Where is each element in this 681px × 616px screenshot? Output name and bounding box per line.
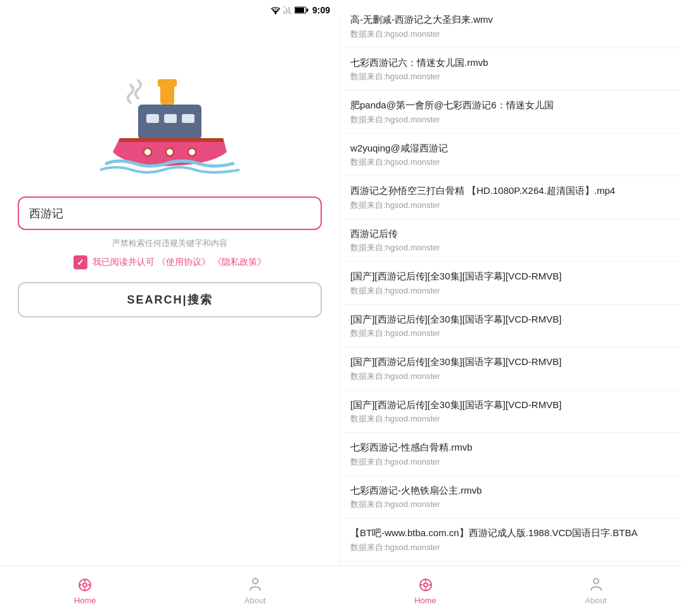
result-title-3: w2yuqing@咸湿西游记 bbox=[350, 141, 671, 156]
svg-point-15 bbox=[144, 148, 151, 156]
warning-text: 严禁检索任何违规关键字和内容 bbox=[112, 238, 227, 249]
svg-rect-12 bbox=[164, 114, 177, 123]
result-item-4[interactable]: 西游记之孙悟空三打白骨精 【HD.1080P.X264.超清国语】.mp4 数据… bbox=[340, 176, 681, 219]
result-title-4: 西游记之孙悟空三打白骨精 【HD.1080P.X264.超清国语】.mp4 bbox=[350, 184, 671, 198]
signal-icon bbox=[283, 6, 292, 15]
svg-point-19 bbox=[83, 583, 87, 587]
agreement-text: 我已阅读并认可 《使用协议》 《隐私政策》 bbox=[92, 257, 266, 268]
result-title-10: 七彩西游记-性感白骨精.rmvb bbox=[350, 440, 671, 455]
right-panel: 高-无删减-西游记之大圣归来.wmv 数据来自:hgsod.monster 七彩… bbox=[340, 0, 681, 616]
bottom-nav-left: Home About bbox=[0, 565, 340, 616]
home-icon-right bbox=[417, 577, 434, 593]
result-item-3[interactable]: w2yuqing@咸湿西游记 数据来自:hgsod.monster bbox=[340, 134, 681, 177]
left-panel: 9:09 严禁检索任何违规关键字和内容 我已阅读并认可 bbox=[0, 0, 340, 616]
nav-home-label-left: Home bbox=[74, 596, 96, 605]
nav-about-left[interactable]: About bbox=[170, 566, 341, 616]
result-source-12: 数据来自:hgsod.monster bbox=[350, 542, 671, 553]
agreement-row: 我已阅读并认可 《使用协议》 《隐私政策》 bbox=[73, 255, 266, 269]
about-icon-left bbox=[247, 577, 264, 593]
svg-point-24 bbox=[253, 579, 258, 584]
result-item-1[interactable]: 七彩西游记六：情迷女儿国.rmvb 数据来自:hgsod.monster bbox=[340, 48, 681, 91]
result-item-8[interactable]: [国产][西游记后传][全30集][国语字幕][VCD-RMVB] 数据来自:h… bbox=[340, 347, 681, 390]
result-title-7: [国产][西游记后传][全30集][国语字幕][VCD-RMVB] bbox=[350, 312, 671, 327]
result-title-11: 七彩西游记-火艳铁扇公主.rmvb bbox=[350, 484, 671, 498]
result-source-2: 数据来自:hgsod.monster bbox=[350, 114, 671, 125]
result-source-0: 数据来自:hgsod.monster bbox=[350, 29, 671, 40]
svg-rect-1 bbox=[283, 11, 285, 14]
nav-home-label-right: Home bbox=[414, 596, 436, 605]
agreement-checkbox[interactable] bbox=[73, 255, 87, 269]
result-item-6[interactable]: [国产][西游记后传][全30集][国语字幕][VCD-RMVB] 数据来自:h… bbox=[340, 262, 681, 305]
status-icons bbox=[270, 6, 309, 15]
home-icon-left bbox=[77, 577, 93, 593]
search-input-container[interactable] bbox=[18, 196, 322, 230]
result-title-5: 西游记后传 bbox=[350, 227, 671, 241]
result-item-7[interactable]: [国产][西游记后传][全30集][国语字幕][VCD-RMVB] 数据来自:h… bbox=[340, 305, 681, 348]
result-title-0: 高-无删减-西游记之大圣归来.wmv bbox=[350, 13, 671, 27]
result-item-5[interactable]: 西游记后传 数据来自:hgsod.monster bbox=[340, 219, 681, 262]
result-title-2: 肥panda@第一會所@七彩西游记6：情迷女儿国 bbox=[350, 98, 671, 113]
result-title-8: [国产][西游记后传][全30集][国语字幕][VCD-RMVB] bbox=[350, 355, 671, 369]
result-source-8: 数据来自:hgsod.monster bbox=[350, 371, 671, 382]
result-source-9: 数据来自:hgsod.monster bbox=[350, 413, 671, 425]
result-source-1: 数据来自:hgsod.monster bbox=[350, 71, 671, 82]
result-source-5: 数据来自:hgsod.monster bbox=[350, 242, 671, 253]
result-title-6: [国产][西游记后传][全30集][国语字幕][VCD-RMVB] bbox=[350, 269, 671, 284]
bottom-nav-right: Home About bbox=[340, 565, 681, 616]
nav-about-label-right: About bbox=[585, 596, 607, 605]
status-bar: 9:09 bbox=[0, 0, 340, 20]
result-source-6: 数据来自:hgsod.monster bbox=[350, 285, 671, 297]
nav-home-right[interactable]: Home bbox=[340, 566, 511, 616]
wifi-icon bbox=[270, 6, 281, 15]
result-title-1: 七彩西游记六：情迷女儿国.rmvb bbox=[350, 56, 671, 70]
svg-point-16 bbox=[166, 148, 174, 156]
about-icon-right bbox=[588, 577, 604, 593]
nav-about-label-left: About bbox=[245, 596, 266, 605]
result-source-11: 数据来自:hgsod.monster bbox=[350, 499, 671, 510]
status-time: 9:09 bbox=[312, 5, 330, 15]
svg-rect-7 bbox=[307, 9, 309, 12]
result-item-12[interactable]: 【BT吧-www.btba.com.cn】西游记成人版.1988.VCD国语日字… bbox=[340, 518, 681, 561]
result-item-0[interactable]: 高-无删减-西游记之大圣归来.wmv 数据来自:hgsod.monster bbox=[340, 5, 681, 48]
svg-rect-11 bbox=[146, 114, 159, 123]
svg-rect-6 bbox=[295, 8, 304, 13]
svg-rect-9 bbox=[158, 79, 177, 87]
nav-about-right[interactable]: About bbox=[511, 566, 681, 616]
search-button[interactable]: SEARCH|搜索 bbox=[18, 282, 322, 318]
result-item-9[interactable]: [国产][西游记后传][全30集][国语字幕][VCD-RMVB] 数据来自:h… bbox=[340, 390, 681, 433]
result-source-3: 数据来自:hgsod.monster bbox=[350, 157, 671, 168]
result-item-11[interactable]: 七彩西游记-火艳铁扇公主.rmvb 数据来自:hgsod.monster bbox=[340, 476, 681, 519]
svg-point-31 bbox=[594, 579, 599, 584]
svg-point-0 bbox=[275, 13, 276, 14]
result-item-10[interactable]: 七彩西游记-性感白骨精.rmvb 数据来自:hgsod.monster bbox=[340, 433, 681, 476]
result-source-4: 数据来自:hgsod.monster bbox=[350, 200, 671, 211]
svg-point-17 bbox=[188, 148, 196, 156]
result-source-7: 数据来自:hgsod.monster bbox=[350, 328, 671, 339]
ship-illustration bbox=[100, 63, 239, 177]
result-title-12: 【BT吧-www.btba.com.cn】西游记成人版.1988.VCD国语日字… bbox=[350, 526, 671, 541]
svg-point-26 bbox=[424, 583, 428, 587]
nav-home-left[interactable]: Home bbox=[0, 566, 170, 616]
battery-icon bbox=[295, 6, 309, 14]
result-title-9: [国产][西游记后传][全30集][国语字幕][VCD-RMVB] bbox=[350, 398, 671, 413]
result-item-2[interactable]: 肥panda@第一會所@七彩西游记6：情迷女儿国 数据来自:hgsod.mons… bbox=[340, 91, 681, 134]
svg-rect-13 bbox=[182, 114, 194, 123]
result-source-10: 数据来自:hgsod.monster bbox=[350, 456, 671, 468]
svg-rect-14 bbox=[119, 138, 224, 142]
search-input[interactable] bbox=[29, 207, 310, 220]
results-list[interactable]: 高-无删减-西游记之大圣归来.wmv 数据来自:hgsod.monster 七彩… bbox=[340, 0, 681, 565]
